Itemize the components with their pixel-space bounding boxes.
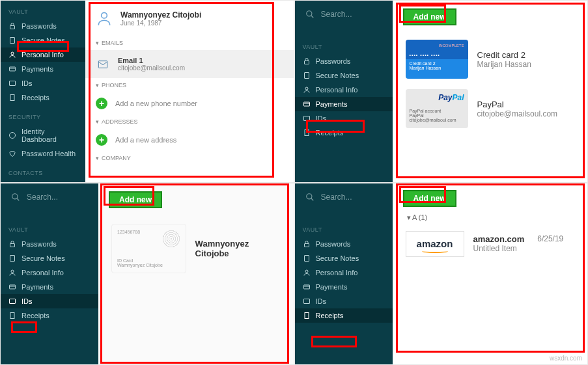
- svg-rect-5: [10, 81, 16, 86]
- sidebar-item-ids[interactable]: IDs: [1, 294, 98, 308]
- sidebar-item-passwords[interactable]: Passwords: [295, 54, 393, 68]
- search-input[interactable]: Search...: [295, 183, 393, 211]
- sidebar-item-payments[interactable]: Payments: [1, 62, 85, 76]
- sidebar-item-secure-notes[interactable]: Secure Notes: [295, 251, 393, 265]
- card-icon: [303, 100, 311, 108]
- receipt-icon: [303, 312, 311, 319]
- group-header[interactable]: ▾ A (1): [403, 207, 578, 226]
- svg-rect-33: [304, 243, 309, 247]
- sidebar-item-secure-notes[interactable]: Secure Notes: [295, 68, 393, 83]
- payments-list: Add new INCOMPLETE •••• •••• •••• Credit…: [393, 1, 588, 182]
- sidebar-item-label: IDs: [21, 79, 33, 87]
- sidebar-item-passwords[interactable]: Passwords: [1, 237, 98, 251]
- add-new-button[interactable]: Add new: [109, 191, 162, 208]
- caret-down-icon: ▾: [96, 82, 99, 88]
- sidebar-item-receipts[interactable]: Receipts: [295, 308, 393, 323]
- amazon-logo: amazon: [406, 231, 464, 257]
- addresses-section[interactable]: ▾ADDRESSES: [85, 115, 294, 129]
- search-icon: [305, 10, 315, 19]
- sidebar-item-receipts[interactable]: Receipts: [295, 126, 393, 140]
- receipt-date: 6/25/19: [537, 234, 563, 244]
- svg-point-11: [102, 12, 107, 18]
- card-holder: Marijan Hassan: [477, 60, 531, 69]
- paypal-thumbnail: PayPal PayPal account PayPal citojobe@ma…: [406, 89, 468, 128]
- emails-section[interactable]: ▾EMAILS: [85, 36, 294, 50]
- vault-header: VAULT: [295, 41, 393, 54]
- sidebar-item-passwords[interactable]: Passwords: [1, 19, 85, 33]
- receipt-icon: [303, 129, 311, 137]
- envelope-icon: [96, 59, 110, 70]
- note-icon: [8, 254, 16, 262]
- amazon-smile-icon: [422, 249, 448, 253]
- sidebar-item-label: Password Health: [21, 150, 76, 157]
- svg-rect-12: [98, 61, 107, 68]
- add-new-button[interactable]: Add new: [403, 190, 456, 207]
- svg-point-2: [11, 52, 14, 55]
- avatar-icon: [96, 10, 113, 27]
- svg-point-7: [10, 133, 16, 139]
- sidebar-item-payments[interactable]: Payments: [295, 280, 393, 294]
- lock-icon: [8, 240, 16, 248]
- svg-rect-16: [304, 73, 309, 79]
- card-title: PayPal: [477, 100, 558, 109]
- sidebar-item-payments[interactable]: Payments: [1, 280, 98, 294]
- sidebar-item-payments[interactable]: Payments: [295, 97, 393, 111]
- sidebar-item-ids[interactable]: IDs: [295, 111, 393, 126]
- svg-point-26: [11, 270, 14, 273]
- sidebar-item-personal-info[interactable]: Personal Info: [295, 265, 393, 280]
- payment-credit-card[interactable]: INCOMPLETE •••• •••• •••• Credit card 2 …: [403, 34, 578, 84]
- phones-section[interactable]: ▾PHONES: [85, 78, 294, 92]
- svg-rect-34: [304, 255, 309, 261]
- sidebar-item-receipts[interactable]: Receipts: [1, 308, 98, 323]
- sidebar-item-personal-info[interactable]: Personal Info: [295, 83, 393, 97]
- card-email: citojobe@mailsoul.com: [477, 109, 558, 118]
- receipts-list: Add new ▾ A (1) amazon amazon.com 6/25/1…: [393, 183, 588, 365]
- search-input[interactable]: Search...: [1, 183, 98, 211]
- svg-point-35: [305, 270, 308, 273]
- id-holder-name: Wamnyonyez Citojobe: [195, 239, 281, 258]
- sidebar-item-ids[interactable]: IDs: [295, 294, 393, 308]
- receipt-entry[interactable]: amazon amazon.com 6/25/19 Untitled Item: [403, 226, 578, 262]
- sidebar-item-passwords[interactable]: Passwords: [295, 237, 393, 251]
- svg-rect-30: [10, 312, 14, 318]
- svg-rect-38: [303, 299, 309, 303]
- svg-point-22: [12, 193, 18, 198]
- sidebar: Search... VAULT Passwords Secure Notes P…: [1, 183, 98, 365]
- email-entry[interactable]: Email 1 citojobe@mailsoul.com: [85, 50, 294, 78]
- vault-header: VAULT: [295, 224, 393, 237]
- sidebar-item-label: Payments: [21, 65, 53, 73]
- sidebar-item-identity-dashboard[interactable]: Identity Dashboard: [1, 124, 85, 146]
- lock-icon: [8, 22, 16, 30]
- sidebar-item-password-health[interactable]: Password Health: [1, 146, 85, 161]
- sidebar-item-receipts[interactable]: Receipts: [1, 90, 85, 105]
- svg-rect-6: [10, 95, 14, 101]
- person-icon: [303, 86, 311, 94]
- sidebar-item-personal-info[interactable]: Personal Info: [1, 265, 98, 280]
- fingerprint-icon: [162, 230, 180, 248]
- id-entry[interactable]: 123456788 ID Card Wamnyonyez Citojobe Wa…: [109, 219, 283, 278]
- search-icon: [11, 193, 20, 202]
- card-icon: [303, 283, 311, 291]
- dashboard-icon: [8, 131, 16, 139]
- personal-info-detail: Wamnyonyez Citojobi June 14, 1987 ▾EMAIL…: [85, 1, 294, 182]
- search-input[interactable]: Search...: [295, 1, 393, 28]
- add-address-button[interactable]: + Add a new address: [85, 129, 294, 151]
- card-icon: [8, 283, 16, 291]
- note-icon: [8, 36, 16, 44]
- sidebar-item-secure-notes[interactable]: Secure Notes: [1, 251, 98, 265]
- watermark: wsxdn.com: [550, 355, 582, 362]
- company-section[interactable]: ▾COMPANY: [85, 151, 294, 165]
- email-value: citojobe@mailsoul.com: [118, 64, 185, 72]
- payment-paypal[interactable]: PayPal PayPal account PayPal citojobe@ma…: [403, 84, 578, 133]
- sidebar: Search... VAULT Passwords Secure Notes P…: [295, 183, 393, 365]
- caret-down-icon: ▾: [96, 40, 99, 46]
- svg-line-32: [311, 198, 313, 200]
- sidebar-item-label: Secure Notes: [21, 36, 65, 44]
- sidebar-item-secure-notes[interactable]: Secure Notes: [1, 33, 85, 47]
- add-new-button[interactable]: Add new: [403, 8, 456, 25]
- sidebar-item-personal-info[interactable]: Personal Info: [1, 47, 85, 62]
- sidebar-item-ids[interactable]: IDs: [1, 76, 85, 90]
- add-phone-button[interactable]: + Add a new phone number: [85, 92, 294, 115]
- contacts-header: CONTACTS: [1, 167, 85, 180]
- receipt-site: amazon.com: [473, 234, 525, 244]
